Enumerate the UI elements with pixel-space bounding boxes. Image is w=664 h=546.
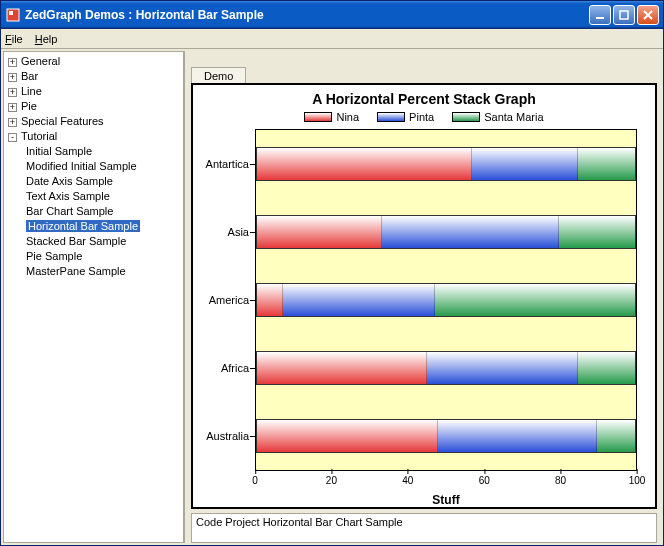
tree-node-special[interactable]: +Special Features: [8, 114, 179, 129]
bar-segment: [257, 148, 472, 180]
legend-swatch-red: [304, 112, 332, 122]
menu-help[interactable]: Help: [35, 33, 58, 45]
collapse-icon[interactable]: -: [8, 133, 17, 142]
bar-row: America: [256, 283, 636, 317]
x-tick: 60: [479, 475, 490, 486]
expand-icon[interactable]: +: [8, 103, 17, 112]
bar-segment: [427, 352, 578, 384]
bar-segment: [578, 148, 635, 180]
y-tick: [250, 232, 255, 233]
y-tick: [250, 164, 255, 165]
legend-swatch-green: [452, 112, 480, 122]
tab-row: Demo: [187, 61, 661, 83]
tree-label: Bar: [21, 70, 38, 82]
category-label: Africa: [221, 362, 249, 374]
category-label: America: [209, 294, 249, 306]
tree-node-bar[interactable]: +Bar: [8, 69, 179, 84]
legend-label: Santa Maria: [484, 111, 543, 123]
x-tick: 20: [326, 475, 337, 486]
tree-label: Line: [21, 85, 42, 97]
category-label: Asia: [228, 226, 249, 238]
chart-legend: Nina Pinta Santa Maria: [193, 111, 655, 123]
expand-icon[interactable]: +: [8, 88, 17, 97]
tree-node-pie[interactable]: +Pie: [8, 99, 179, 114]
description-box: Code Project Horizontal Bar Chart Sample: [191, 513, 657, 543]
bar-row: Antartica: [256, 147, 636, 181]
close-button[interactable]: [637, 5, 659, 25]
bar-row: Africa: [256, 351, 636, 385]
category-label: Antartica: [206, 158, 249, 170]
titlebar: ZedGraph Demos : Horizontal Bar Sample: [1, 1, 663, 29]
bar-segment: [597, 420, 635, 452]
tree-item-text[interactable]: Text Axis Sample: [26, 189, 179, 204]
x-tick: 40: [402, 475, 413, 486]
bar-segment: [578, 352, 635, 384]
tree-view[interactable]: +General +Bar +Line +Pie +Special Featur…: [3, 51, 185, 543]
tree-children-tutorial: Initial Sample Modified Initial Sample D…: [26, 144, 179, 279]
bar-segment: [257, 352, 427, 384]
tree-label: Pie: [21, 100, 37, 112]
legend-item-santamaria: Santa Maria: [452, 111, 543, 123]
tab-demo[interactable]: Demo: [191, 67, 246, 84]
tree-node-line[interactable]: +Line: [8, 84, 179, 99]
bar-segment: [257, 216, 382, 248]
app-icon: [5, 7, 21, 23]
x-tick: 0: [252, 475, 258, 486]
expand-icon[interactable]: +: [8, 118, 17, 127]
y-tick: [250, 300, 255, 301]
chart-x-axis: Stuff 020406080100: [255, 475, 637, 507]
legend-label: Pinta: [409, 111, 434, 123]
minimize-button[interactable]: [589, 5, 611, 25]
tree-item-master[interactable]: MasterPane Sample: [26, 264, 179, 279]
app-window: ZedGraph Demos : Horizontal Bar Sample F…: [0, 0, 664, 546]
tree-item-barchart[interactable]: Bar Chart Sample: [26, 204, 179, 219]
bar-segment: [435, 284, 635, 316]
bar-row: Asia: [256, 215, 636, 249]
bar-segment: [257, 284, 283, 316]
tree-item-modified[interactable]: Modified Initial Sample: [26, 159, 179, 174]
right-pane: Demo A Horizontal Percent Stack Graph Ni…: [187, 51, 661, 543]
expand-icon[interactable]: +: [8, 58, 17, 67]
y-tick: [250, 368, 255, 369]
bar-segment: [559, 216, 635, 248]
tree-label: General: [21, 55, 60, 67]
tree-item-selected: Horizontal Bar Sample: [26, 220, 140, 232]
client-area: +General +Bar +Line +Pie +Special Featur…: [1, 49, 663, 545]
chart-plot-area: AntarticaAsiaAmericaAfricaAustralia: [255, 129, 637, 471]
tree-node-tutorial[interactable]: -Tutorial: [8, 129, 179, 144]
legend-label: Nina: [336, 111, 359, 123]
bar-segment: [257, 420, 438, 452]
category-label: Australia: [206, 430, 249, 442]
chart-panel: A Horizontal Percent Stack Graph Nina Pi…: [191, 83, 657, 509]
tree-item-stacked[interactable]: Stacked Bar Sample: [26, 234, 179, 249]
description-text: Code Project Horizontal Bar Chart Sample: [196, 516, 403, 528]
bar-segment: [472, 148, 578, 180]
chart-title: A Horizontal Percent Stack Graph: [193, 91, 655, 107]
bar-segment: [438, 420, 597, 452]
svg-rect-2: [596, 17, 604, 19]
expand-icon[interactable]: +: [8, 73, 17, 82]
x-tick: 80: [555, 475, 566, 486]
legend-item-nina: Nina: [304, 111, 359, 123]
svg-rect-1: [9, 11, 13, 15]
legend-item-pinta: Pinta: [377, 111, 434, 123]
svg-rect-3: [620, 11, 628, 19]
bar-row: Australia: [256, 419, 636, 453]
menubar: File Help: [1, 29, 663, 49]
window-title: ZedGraph Demos : Horizontal Bar Sample: [25, 8, 587, 22]
menu-file[interactable]: File: [5, 33, 23, 45]
maximize-button[interactable]: [613, 5, 635, 25]
tree-label: Tutorial: [21, 130, 57, 142]
x-tick: 100: [629, 475, 646, 486]
tree-node-general[interactable]: +General: [8, 54, 179, 69]
tree-item-date[interactable]: Date Axis Sample: [26, 174, 179, 189]
tree-item-piesample[interactable]: Pie Sample: [26, 249, 179, 264]
legend-swatch-blue: [377, 112, 405, 122]
chart-x-label: Stuff: [432, 493, 459, 507]
tree-item-initial[interactable]: Initial Sample: [26, 144, 179, 159]
tree-label: Special Features: [21, 115, 104, 127]
y-tick: [250, 436, 255, 437]
bar-segment: [283, 284, 434, 316]
tree-item-hbar[interactable]: Horizontal Bar Sample: [26, 219, 179, 234]
bar-segment: [382, 216, 560, 248]
